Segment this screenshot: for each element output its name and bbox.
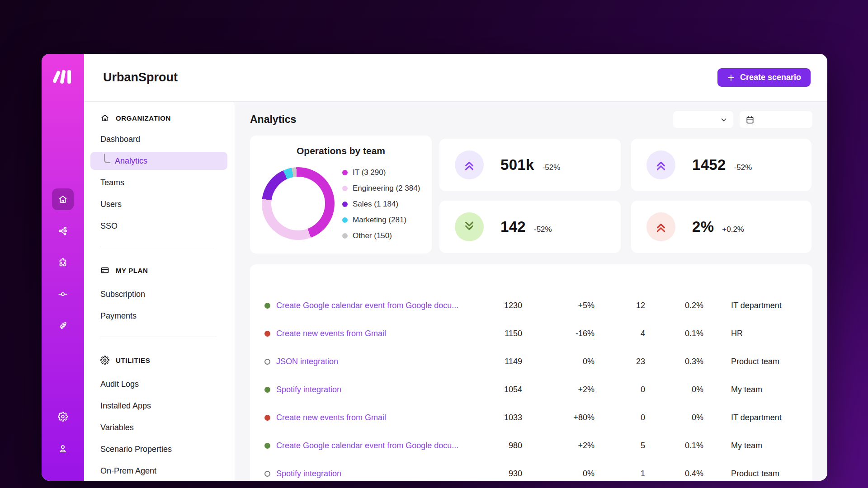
legend-item: Sales (1 184) bbox=[342, 196, 420, 212]
stat-card-error-rate: 2% +0.2% bbox=[631, 201, 811, 253]
create-scenario-button[interactable]: Create scenario bbox=[717, 68, 811, 87]
section-utilities: UTILITIES bbox=[100, 350, 235, 371]
scenario-link[interactable]: Create new events from Gmail bbox=[276, 413, 386, 422]
operations-cell: 1054 bbox=[468, 385, 522, 394]
legend-item: Other (150) bbox=[342, 228, 420, 244]
sidebar-item-audit-logs[interactable]: Audit Logs bbox=[100, 373, 235, 395]
error-rate-cell: 0.2% bbox=[645, 301, 703, 310]
divider bbox=[100, 337, 217, 337]
sidebar-item-on-prem-agent[interactable]: On-Prem Agent bbox=[100, 460, 235, 481]
stats-grid: 501k -52% bbox=[439, 139, 811, 253]
sidebar-item-installed-apps[interactable]: Installed Apps bbox=[100, 395, 235, 417]
sidebar-item-variables[interactable]: Variables bbox=[100, 417, 235, 438]
section-organization: ORGANIZATION bbox=[100, 108, 235, 128]
make-logo-icon bbox=[42, 69, 84, 85]
operations-by-team-card: Operations by team IT (3 290) Engineerin… bbox=[250, 136, 432, 253]
status-dot bbox=[264, 471, 270, 477]
stat-card-errors: 142 -52% bbox=[439, 201, 621, 253]
errors-cell: 4 bbox=[594, 329, 645, 338]
errors-cell: 23 bbox=[594, 357, 645, 366]
section-label: UTILITIES bbox=[116, 357, 150, 364]
sidebar-item-analytics[interactable]: Analytics bbox=[90, 152, 227, 170]
sidebar-item-scenario-properties[interactable]: Scenario Properties bbox=[100, 438, 235, 460]
rail-commit-icon[interactable] bbox=[54, 285, 72, 303]
app-window: UrbanSprout Create scenario bbox=[42, 54, 827, 481]
sidebar: ORGANIZATION Dashboard Analytics Teams U… bbox=[84, 102, 235, 481]
status-dot bbox=[264, 387, 270, 393]
sidebar-item-subscription[interactable]: Subscription bbox=[100, 283, 235, 305]
operations-cell: 930 bbox=[468, 469, 522, 479]
calendar-icon bbox=[745, 115, 755, 124]
team-cell: Product team bbox=[703, 357, 812, 366]
stat-card-active-scenarios: 1452 -52% bbox=[631, 139, 811, 191]
scenario-link[interactable]: Create new events from Gmail bbox=[276, 329, 386, 338]
legend-dot bbox=[342, 233, 348, 239]
desktop-background: UrbanSprout Create scenario bbox=[0, 0, 868, 488]
rail-user-icon[interactable] bbox=[54, 440, 72, 458]
sidebar-item-payments[interactable]: Payments bbox=[100, 305, 235, 327]
rail-home-icon[interactable] bbox=[52, 188, 74, 210]
stat-value: 501k bbox=[500, 156, 534, 174]
home-icon bbox=[100, 113, 109, 122]
legend-label: Sales (1 184) bbox=[353, 200, 398, 209]
stat-value: 1452 bbox=[692, 156, 726, 174]
rail-share-nodes-icon[interactable] bbox=[54, 222, 72, 240]
gear-icon bbox=[100, 356, 109, 365]
scenario-link[interactable]: Spotify integration bbox=[276, 469, 341, 479]
team-cell: My team bbox=[703, 385, 812, 394]
donut-chart bbox=[262, 167, 335, 240]
legend-dot bbox=[342, 202, 348, 207]
rail-rocket-icon[interactable] bbox=[54, 317, 72, 335]
create-scenario-label: Create scenario bbox=[740, 73, 801, 82]
legend-item: Marketing (281) bbox=[342, 212, 420, 228]
stat-change: +0.2% bbox=[722, 225, 744, 234]
plus-icon bbox=[727, 74, 735, 82]
stat-card-operations: 501k -52% bbox=[439, 139, 621, 191]
section-label: ORGANIZATION bbox=[116, 114, 171, 122]
table-row: Create Google calendar event from Google… bbox=[250, 291, 812, 319]
scenario-link[interactable]: Create Google calendar event from Google… bbox=[276, 441, 458, 450]
table-row: Create new events from Gmail 1150 -16% 4… bbox=[250, 319, 812, 347]
status-dot bbox=[264, 359, 270, 365]
table-row: Create Google calendar event from Google… bbox=[250, 432, 812, 460]
tree-connector bbox=[104, 154, 110, 163]
sidebar-item-sso[interactable]: SSO bbox=[100, 215, 235, 237]
donut-legend: IT (3 290) Engineering (2 384) Sales (1 … bbox=[342, 164, 420, 244]
legend-label: IT (3 290) bbox=[353, 168, 386, 177]
legend-dot bbox=[342, 217, 348, 223]
error-rate-cell: 0.1% bbox=[645, 329, 703, 338]
scenario-link[interactable]: Create Google calendar event from Google… bbox=[276, 301, 458, 310]
change-cell: 0% bbox=[522, 469, 594, 479]
scenario-link[interactable]: JSON integration bbox=[276, 357, 338, 366]
status-dot bbox=[264, 415, 270, 421]
scenario-link[interactable]: Spotify integration bbox=[276, 385, 341, 394]
change-cell: 0% bbox=[522, 357, 594, 366]
sidebar-item-dashboard[interactable]: Dashboard bbox=[100, 128, 235, 150]
legend-dot bbox=[342, 170, 348, 175]
period-dropdown[interactable] bbox=[673, 111, 733, 128]
errors-cell: 12 bbox=[594, 301, 645, 310]
team-cell: IT department bbox=[703, 301, 812, 310]
legend-label: Other (150) bbox=[353, 231, 392, 240]
operations-cell: 1033 bbox=[468, 413, 522, 422]
table-row: Spotify integration 1054 +2% 0 0% My tea… bbox=[250, 375, 812, 404]
sidebar-item-teams[interactable]: Teams bbox=[100, 172, 235, 193]
topbar: UrbanSprout Create scenario bbox=[84, 54, 827, 102]
team-cell: IT department bbox=[703, 413, 812, 422]
rail-gear-icon[interactable] bbox=[54, 408, 72, 426]
operations-cell: 1150 bbox=[468, 329, 522, 338]
stat-change: -52% bbox=[534, 225, 552, 234]
errors-cell: 0 bbox=[594, 413, 645, 422]
legend-item: Engineering (2 384) bbox=[342, 180, 420, 196]
sidebar-item-users[interactable]: Users bbox=[100, 193, 235, 215]
change-cell: +2% bbox=[522, 441, 594, 450]
operations-cell: 980 bbox=[468, 441, 522, 450]
errors-cell: 0 bbox=[594, 385, 645, 394]
legend-item: IT (3 290) bbox=[342, 164, 420, 180]
chevron-down-icon bbox=[720, 116, 728, 124]
error-rate-cell: 0% bbox=[645, 385, 703, 394]
rail-puzzle-icon[interactable] bbox=[54, 253, 72, 272]
date-picker-button[interactable] bbox=[740, 111, 812, 128]
errors-cell: 1 bbox=[594, 469, 645, 479]
change-cell: +80% bbox=[522, 413, 594, 422]
